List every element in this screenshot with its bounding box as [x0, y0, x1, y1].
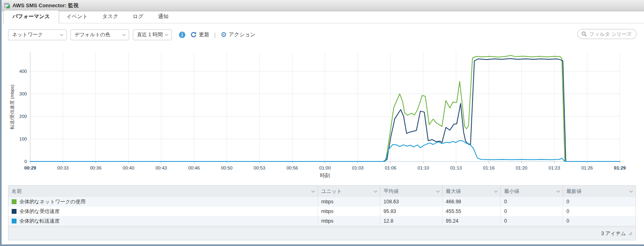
metric-select[interactable]: ネットワーク	[8, 29, 67, 40]
tab-tasks[interactable]: タスク	[95, 10, 126, 23]
column-header-average[interactable]: 平均値	[380, 186, 443, 197]
network-line-chart: 00:2900:3300:3600:4000:4300:4600:5000:53…	[0, 43, 644, 180]
time-range-select-value: 直近 1 時間	[137, 31, 163, 38]
performance-chart: 00:2900:3300:3600:4000:4300:4600:5000:53…	[0, 43, 644, 180]
svg-text:00:50: 00:50	[221, 165, 233, 170]
chevron-down-icon[interactable]	[436, 189, 439, 192]
actions-button[interactable]: ⚙ アクション	[221, 31, 256, 38]
column-header-unit[interactable]: ユニット	[318, 186, 380, 197]
svg-text:0: 0	[25, 159, 27, 164]
svg-text:01:16: 01:16	[483, 165, 495, 170]
svg-text:00:43: 00:43	[155, 165, 167, 170]
svg-text:00:33: 00:33	[57, 165, 69, 170]
table-row[interactable]: 全体的な受信速度 mbps 95.83 455.55 0 0	[8, 207, 636, 216]
color-scheme-select[interactable]: デフォルトの色	[70, 29, 129, 40]
svg-text:01:29: 01:29	[614, 165, 625, 170]
search-icon	[582, 31, 587, 37]
series-swatch-green	[12, 199, 17, 204]
table-row[interactable]: 全体的な転送速度 mbps 12.8 95.24 0 0	[8, 216, 636, 226]
table-footer: 3 アイテム	[8, 227, 636, 240]
svg-text:200: 200	[19, 114, 27, 119]
svg-text:01:20: 01:20	[516, 165, 527, 170]
gear-icon: ⚙	[221, 31, 227, 38]
series-swatch-navy	[12, 209, 17, 214]
time-range-select[interactable]: 直近 1 時間	[133, 29, 172, 40]
resize-grip-icon[interactable]	[628, 232, 632, 236]
svg-text:01:03: 01:03	[352, 165, 363, 170]
chevron-down-icon[interactable]	[557, 189, 560, 192]
window-titlebar: AWS SMS Connector: 監視	[2, 0, 644, 11]
refresh-button[interactable]: 更新	[190, 31, 209, 38]
tab-logs[interactable]: ログ	[126, 10, 151, 23]
info-icon[interactable]	[179, 31, 186, 38]
svg-text:00:56: 00:56	[287, 165, 298, 170]
svg-text:01:00: 01:00	[319, 165, 331, 170]
window-bottom-border	[0, 244, 644, 246]
svg-text:100: 100	[19, 136, 27, 141]
svg-text:01:13: 01:13	[450, 165, 462, 170]
svg-text:01:10: 01:10	[417, 165, 429, 170]
svg-text:01:26: 01:26	[581, 165, 593, 170]
color-scheme-select-value: デフォルトの色	[74, 31, 110, 38]
column-header-latest[interactable]: 最新値	[563, 186, 636, 197]
chevron-down-icon	[60, 32, 63, 35]
table-header-row: 名前 ユニット 平均値 最大値 最小値 最新値	[8, 186, 636, 197]
svg-text:時刻: 時刻	[320, 173, 330, 178]
refresh-icon	[190, 31, 197, 38]
chevron-down-icon[interactable]	[630, 189, 633, 192]
chevron-down-icon	[165, 32, 168, 35]
column-header-name[interactable]: 名前	[8, 186, 318, 197]
app-window: AWS SMS Connector: 監視 パフォーマンス イベント タスク ロ…	[0, 0, 644, 246]
vm-icon	[4, 2, 10, 8]
table-body: 全体的なネットワークの使用 mbps 108.63 466.98 0 0 全体的…	[8, 197, 636, 226]
column-header-maximum[interactable]: 最大値	[443, 186, 501, 197]
svg-text:00:36: 00:36	[90, 165, 101, 170]
svg-text:01:06: 01:06	[385, 165, 396, 170]
svg-text:00:46: 00:46	[188, 165, 200, 170]
chevron-down-icon	[122, 32, 126, 35]
chevron-down-icon[interactable]	[312, 189, 315, 192]
chevron-down-icon[interactable]	[374, 189, 377, 192]
toolbar-divider: |	[214, 31, 216, 38]
actions-label: アクション	[229, 31, 256, 38]
metrics-table: 名前 ユニット 平均値 最大値 最小値 最新値 全体的なネットワークの使用 mb…	[8, 185, 636, 226]
svg-text:00:40: 00:40	[123, 165, 134, 170]
filter-series-box[interactable]	[577, 29, 637, 39]
chevron-down-icon[interactable]	[494, 189, 497, 192]
tab-bar: パフォーマンス イベント タスク ログ 通知	[2, 11, 644, 23]
table-row[interactable]: 全体的なネットワークの使用 mbps 108.63 466.98 0 0	[8, 197, 636, 207]
svg-text:転送/受信速度 (mbps): 転送/受信速度 (mbps)	[10, 85, 14, 129]
svg-text:00:29: 00:29	[24, 165, 36, 170]
tab-notifications[interactable]: 通知	[151, 10, 176, 23]
svg-text:400: 400	[19, 69, 27, 74]
svg-text:01:23: 01:23	[549, 165, 560, 170]
window-title: AWS SMS Connector: 監視	[12, 2, 78, 9]
series-swatch-blue	[12, 219, 17, 223]
svg-text:00:53: 00:53	[254, 165, 265, 170]
refresh-label: 更新	[199, 31, 209, 38]
tab-performance[interactable]: パフォーマンス	[3, 10, 59, 23]
svg-text:300: 300	[19, 91, 27, 96]
item-count: 3 アイテム	[601, 230, 626, 237]
metric-select-value: ネットワーク	[12, 31, 43, 38]
column-header-minimum[interactable]: 最小値	[501, 186, 563, 197]
tab-events[interactable]: イベント	[59, 10, 95, 23]
filter-series-input[interactable]	[589, 31, 634, 37]
chart-toolbar: ネットワーク デフォルトの色 直近 1 時間 更新 |	[2, 28, 644, 41]
